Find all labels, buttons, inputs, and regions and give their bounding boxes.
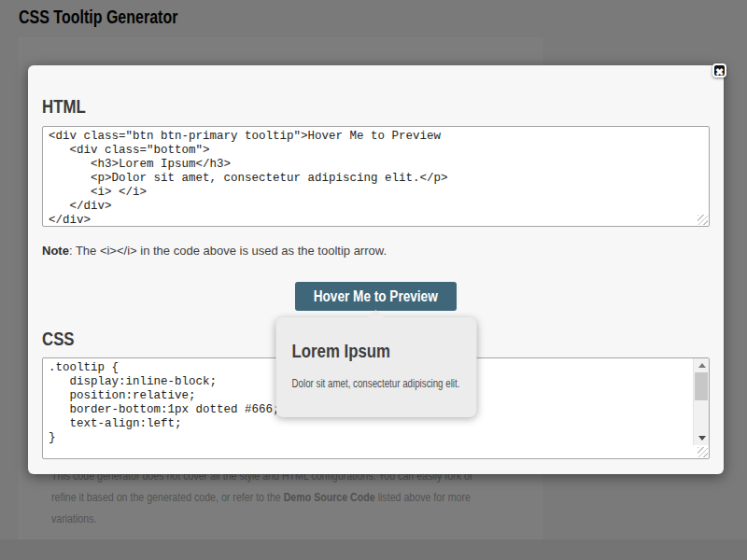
css-resize-grip-icon[interactable] xyxy=(698,447,708,457)
tooltip-arrow-icon xyxy=(368,310,385,317)
html-code-area: <div class="btn btn-primary tooltip">Hov… xyxy=(42,126,710,227)
note-label: Note xyxy=(42,244,69,258)
tooltip-preview: Hover Me to Preview Lorem Ipsum Dolor si… xyxy=(42,282,710,311)
html-code-textarea[interactable]: <div class="btn btn-primary tooltip">Hov… xyxy=(42,126,710,227)
preview-tooltip: Lorem Ipsum Dolor sit amet, consectetur … xyxy=(275,317,476,417)
preview-button-label: Hover Me to Preview xyxy=(314,282,438,311)
preview-hover-button[interactable]: Hover Me to Preview Lorem Ipsum Dolor si… xyxy=(295,282,457,311)
scrollbar-thumb[interactable] xyxy=(695,372,708,400)
html-resize-grip-icon[interactable] xyxy=(698,215,708,225)
up-arrow-icon xyxy=(698,363,706,368)
close-button[interactable]: ✖ xyxy=(712,63,726,77)
tooltip-title: Lorem Ipsum xyxy=(291,340,426,362)
scroll-up-button[interactable] xyxy=(694,360,710,371)
close-icon: ✖ xyxy=(714,65,725,79)
down-arrow-icon xyxy=(698,436,706,441)
tooltip-body: Dolor sit amet, consectetur adipiscing e… xyxy=(291,377,422,391)
note-text: Note: The <i></i> in the code above is u… xyxy=(42,244,710,259)
css-scrollbar-track[interactable] xyxy=(693,358,709,445)
tooltip-generator-modal: ✖ HTML <div class="btn btn-primary toolt… xyxy=(28,65,724,474)
note-body: : The <i></i> in the code above is used … xyxy=(69,244,387,258)
html-section-heading: HTML xyxy=(42,95,576,118)
scroll-down-button[interactable] xyxy=(694,432,710,443)
